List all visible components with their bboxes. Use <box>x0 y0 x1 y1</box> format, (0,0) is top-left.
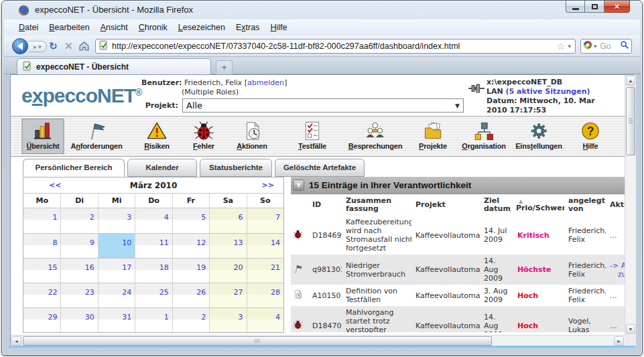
toolbar-item-help[interactable]: ?Hilfe <box>575 119 606 154</box>
calendar-day-29[interactable]: 29 <box>23 307 60 332</box>
toolbar-item-actions[interactable]: Aktionen <box>232 119 271 154</box>
home-button[interactable] <box>78 40 90 54</box>
active-sessions-link[interactable]: (5 aktive Sitzungen) <box>503 87 590 96</box>
calendar-day-11[interactable]: 11 <box>135 233 172 258</box>
calendar-day-25[interactable]: 25 <box>135 283 172 307</box>
calendar-day-31[interactable]: 31 <box>98 307 135 332</box>
browser-tab-expecconet[interactable]: expeccoNET - Übersicht <box>17 58 211 74</box>
calendar-day-19[interactable]: 19 <box>172 258 209 283</box>
new-tab-button[interactable]: + <box>216 60 233 74</box>
calendar-day-27[interactable]: 27 <box>209 283 246 307</box>
calendar-day-1[interactable]: 1 <box>135 307 172 332</box>
horizontal-scrollbar[interactable]: ◄ ► <box>11 335 625 346</box>
horizontal-scroll-thumb[interactable] <box>23 336 492 346</box>
project-select[interactable]: Alle ▼ <box>182 98 464 113</box>
bookmark-star-icon[interactable]: ☆ <box>557 41 566 52</box>
forward-button[interactable]: ▸ ▾ <box>29 41 47 52</box>
menu-extras[interactable]: Extras <box>231 21 265 34</box>
toolbar-item-overview[interactable]: Übersicht <box>22 119 64 154</box>
calendar-day-2[interactable]: 2 <box>60 208 97 233</box>
toolbar-item-projects[interactable]: Projekte <box>414 119 452 154</box>
calendar-day-4[interactable]: 4 <box>247 307 283 332</box>
scroll-right-button[interactable]: ► <box>614 336 624 346</box>
row-actions-link[interactable]: ... <box>610 291 625 300</box>
menu-hilfe[interactable]: Hilfe <box>265 21 292 34</box>
calendar-day-6[interactable]: 6 <box>209 208 246 233</box>
column-header-prio-schwere[interactable]: ▲Prio/Schwere <box>512 194 564 216</box>
scroll-down-button[interactable]: ▼ <box>626 324 635 334</box>
toolbar-item-settings[interactable]: Einstellungen <box>511 119 567 154</box>
calendar-day-4[interactable]: 4 <box>135 208 172 233</box>
search-magnifier-icon[interactable] <box>620 40 629 52</box>
url-bar[interactable]: http://expecconet/expeccoNET/07337040-2c… <box>95 39 576 54</box>
minimize-button[interactable] <box>566 1 585 13</box>
calendar-day-16[interactable]: 16 <box>60 258 97 283</box>
stop-button[interactable]: ✕ <box>64 40 73 52</box>
collapse-chevron-icon[interactable]: ▼ <box>293 180 304 191</box>
tab-gelöschte-artefakte[interactable]: Gelöschte Artefakte <box>275 159 365 177</box>
calendar-day-12[interactable]: 12 <box>172 233 209 258</box>
tab-persönlicher-bereich[interactable]: Persönlicher Bereich <box>23 159 125 177</box>
calendar-day-22[interactable]: 22 <box>23 283 60 307</box>
back-button[interactable] <box>12 38 28 54</box>
menu-ansicht[interactable]: Ansicht <box>95 21 133 34</box>
calendar-day-2[interactable]: 2 <box>172 307 209 332</box>
menu-bearbeiten[interactable]: Bearbeiten <box>44 21 94 34</box>
column-header-akti[interactable]: Akti <box>606 194 625 216</box>
url-dropdown-icon[interactable]: ▾ <box>568 43 571 50</box>
toolbar-item-organisation[interactable]: Organisation <box>457 119 510 154</box>
calendar-day-23[interactable]: 23 <box>60 283 97 307</box>
search-box[interactable]: ▾ Go <box>580 39 632 54</box>
row-actions-link[interactable]: -> Azuge <box>610 261 625 279</box>
calendar-day-1[interactable]: 1 <box>23 208 60 233</box>
menu-chronik[interactable]: Chronik <box>133 21 173 34</box>
calendar-day-17[interactable]: 17 <box>98 258 135 283</box>
calendar-day-7[interactable]: 7 <box>247 208 283 233</box>
column-header-ziel-datum[interactable]: Zieldatum <box>480 194 512 216</box>
table-row-A10150[interactable]: A10150Definition vonTestfällenKaffeevoll… <box>291 285 625 306</box>
row-actions-link[interactable]: ... <box>610 322 625 330</box>
menu-datei[interactable]: Datei <box>13 21 44 34</box>
column-header-zusammen-fassung[interactable]: Zusammenfassung <box>342 194 411 216</box>
window-titlebar[interactable]: expeccoNET - Übersicht - Mozilla Firefox… <box>2 1 642 19</box>
toolbar-item-testcases[interactable]: Testfälle <box>294 119 331 154</box>
calendar-day-21[interactable]: 21 <box>247 258 283 283</box>
table-row-q981303[interactable]: q981303NiedrigerStromverbrauchKaffeevoll… <box>291 255 625 285</box>
toolbar-item-risks[interactable]: Risiken <box>139 119 174 154</box>
column-header-projekt[interactable]: Projekt <box>411 194 480 216</box>
calendar-day-15[interactable]: 15 <box>23 258 60 283</box>
table-row-D1846999[interactable]: D1846999Kaffeezubereitungwird nachStroma… <box>291 216 625 255</box>
tab-kalender[interactable]: Kalender <box>127 159 197 177</box>
calendar-day-8[interactable]: 8 <box>23 233 60 258</box>
calendar-day-3[interactable]: 3 <box>209 307 246 332</box>
calendar-day-26[interactable]: 26 <box>172 283 209 307</box>
calendar-day-3[interactable]: 3 <box>98 208 135 233</box>
search-engine-caret-icon[interactable]: ▾ <box>594 43 597 50</box>
column-header-icon[interactable] <box>291 194 308 216</box>
calendar-day-9[interactable]: 9 <box>60 233 97 258</box>
vertical-scrollbar[interactable]: ▲ ▼ <box>625 75 636 335</box>
calendar-day-10[interactable]: 10 <box>98 233 135 258</box>
calendar-day-30[interactable]: 30 <box>60 307 97 332</box>
table-row-D1847000[interactable]: D1847000Mahlvorgangstartet trotzverstopf… <box>291 306 625 332</box>
column-header-angelegt-von[interactable]: angelegtvon <box>564 194 606 216</box>
toolbar-item-meetings[interactable]: Besprechungen <box>344 119 407 154</box>
toolbar-item-requirements[interactable]: Anforderungen <box>66 119 127 154</box>
calendar-day-24[interactable]: 24 <box>98 283 135 307</box>
calendar-day-14[interactable]: 14 <box>247 233 283 258</box>
toolbar-item-bugs[interactable]: Fehler <box>188 119 219 154</box>
menu-lesezeichen[interactable]: Lesezeichen <box>173 21 231 34</box>
column-header-id[interactable]: ID <box>308 194 342 216</box>
calendar-day-20[interactable]: 20 <box>209 258 246 283</box>
scroll-up-button[interactable]: ▲ <box>626 76 635 86</box>
row-actions-link[interactable]: ... <box>610 231 625 240</box>
vertical-scroll-thumb[interactable] <box>626 87 635 155</box>
calendar-day-5[interactable]: 5 <box>172 208 209 233</box>
close-button[interactable]: × <box>604 1 630 13</box>
reload-button[interactable]: ↻ <box>49 40 58 52</box>
calendar-day-13[interactable]: 13 <box>209 233 246 258</box>
scroll-left-button[interactable]: ◄ <box>11 336 21 346</box>
calendar-day-28[interactable]: 28 <box>247 283 283 307</box>
calendar-day-18[interactable]: 18 <box>135 258 172 283</box>
maximize-button[interactable] <box>585 1 604 13</box>
